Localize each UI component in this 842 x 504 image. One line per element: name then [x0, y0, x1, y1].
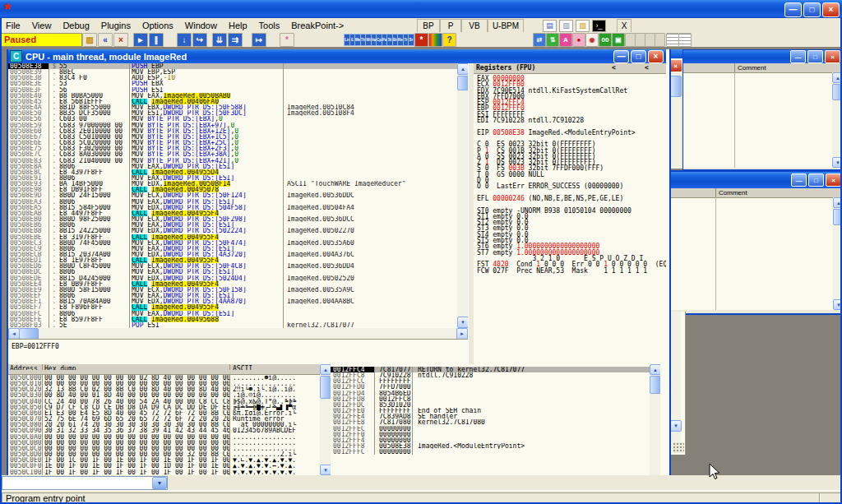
disasm-row[interactable]: 00508EE4.E8 0B97F8FFCALL ImageRed.004955…: [8, 281, 457, 287]
disasm-row[interactable]: 00508EB6.8B06MOV EAX,DWORD PTR DS:[ESI]: [8, 222, 457, 228]
side-bottom-maximize-button[interactable]: □: [808, 173, 824, 187]
disasm-row[interactable]: 00508E8C.E8 4397F8FFCALL ImageRed.004955…: [8, 169, 457, 175]
side-bottom-minimize-button[interactable]: —: [791, 173, 807, 187]
disasm-row[interactable]: 00508E67.C683 C5010000 00MOV BYTE PTR DS…: [8, 134, 457, 140]
disassembly-pane[interactable]: 00508E38$55PUSH EBP00508E39.8BECMOV EBP,…: [8, 63, 457, 328]
stack-row[interactable]: 0012FFF400000000: [331, 437, 650, 443]
hidden-bottom-scrollbar[interactable]: ▼: [670, 312, 681, 443]
open-file-button[interactable]: ▨: [82, 33, 97, 47]
stack-row[interactable]: 0012FFE0FFFFFFFFEnd of SEH chain: [331, 408, 650, 414]
dump-row[interactable]: 0050C0A000 00 00 00 00 00 00 00 00 00 00…: [8, 434, 320, 440]
dump-row[interactable]: 0050C02032 13 8B C0 02 00 8B C0 00 8D 40…: [8, 386, 320, 392]
stack-row[interactable]: 0012FFF000000000: [331, 432, 650, 437]
dump-row[interactable]: 0050C060E1 E3 00 E4 E5 8D 40 00 45 72 72…: [8, 410, 320, 416]
menu-item-debug[interactable]: Debug: [57, 21, 95, 30]
toolbar-list-button[interactable]: [678, 33, 692, 47]
disasm-row[interactable]: 00508ED1.E8 1E97F8FFCALL ImageRed.004955…: [8, 257, 457, 263]
disasm-row[interactable]: 00508EB0.8B0D 98F25000MOV ECX,DWORD PTR …: [8, 216, 457, 222]
minimize-button[interactable]: —: [784, 2, 802, 17]
toolbar-view-button-sr[interactable]: Sr: [408, 34, 414, 46]
menu-item-plugins[interactable]: Plugins: [95, 21, 136, 30]
side-top-maximize-button[interactable]: □: [807, 50, 823, 63]
go-to-address-button[interactable]: *: [280, 33, 294, 47]
disasm-row[interactable]: 00508E60.C683 2E010000 00MOV BYTE PTR DS…: [8, 128, 457, 134]
side-top-minimize-button[interactable]: —: [790, 50, 806, 63]
stack-vscrollbar[interactable]: ▲: [650, 364, 660, 475]
animate-over-button[interactable]: ⇉: [228, 33, 243, 47]
dump-row[interactable]: 0050C0F01E 00 1F 00 1E 00 1F 00 1F 00 1D…: [8, 463, 320, 469]
folder-icon[interactable]: ▨: [576, 20, 590, 32]
register-line[interactable]: T 0 GS 0000 NULL: [477, 172, 666, 178]
disasm-row[interactable]: 00508EFE.E8 8597F8FFCALL ImageRed.004956…: [8, 317, 457, 322]
disasm-row[interactable]: 00508EDE.8B15 D4245000MOV EDX,DWORD PTR …: [8, 275, 457, 281]
side-window-top-titlebar[interactable]: — □ ×: [683, 50, 842, 63]
stack-row[interactable]: 0012FFCCFFFFFFFF: [331, 378, 650, 384]
disassembly-vscrollbar[interactable]: ▲ ▼: [457, 63, 468, 328]
disassembly-hscrollbar[interactable]: ◄ ►: [8, 328, 468, 339]
stack-row[interactable]: 0012FFD80012FFC8: [331, 396, 650, 402]
registers-pane[interactable]: Registers (FPU) < < EAX 00000000ECX 0012…: [474, 63, 666, 364]
disasm-row[interactable]: 00508EC3.8B0D 74F45000MOV ECX,DWORD PTR …: [8, 240, 457, 246]
stack-row[interactable]: 0012FFEC00000000: [331, 426, 650, 432]
menu-plugin-button-bp[interactable]: BP: [417, 19, 440, 33]
disasm-row[interactable]: 00508EAB.E8 4497F8FFCALL ImageRed.004955…: [8, 210, 457, 216]
disasm-row[interactable]: 00508EFC.8B06MOV EAX,DWORD PTR DS:[ESI]: [8, 311, 457, 317]
register-line[interactable]: FCW 027F Prec NEAR,53 Mask 1 1 1 1 1 1: [477, 268, 666, 274]
dump-row[interactable]: 0050C07052 75 6E 74 69 6D 65 20 65 72 72…: [8, 416, 320, 422]
disasm-row[interactable]: 00508E93.BA 14BF5000MOV EDX,ImageRed.005…: [8, 181, 457, 187]
stack-row[interactable]: 0012FFD07FFD7000: [331, 384, 650, 390]
disasm-row[interactable]: 00508E3E.53PUSH EBX: [8, 81, 457, 86]
stack-row[interactable]: 0012FFFC00000000: [331, 449, 650, 455]
menu-plugin-button-u-bpm[interactable]: U-BPM: [488, 19, 524, 33]
disasm-row[interactable]: 00508E83.C683 21040000 00MOV BYTE PTR DS…: [8, 158, 457, 164]
stack-row[interactable]: 0012FFC87C910228ntdll.7C910228: [331, 372, 650, 378]
disasm-row[interactable]: 00508E98.E8 DB91F8FFCALL ImageRed.004950…: [8, 187, 457, 192]
options-gear-button[interactable]: *: [414, 33, 428, 47]
resize-grip[interactable]: [673, 442, 684, 453]
menu-item-help[interactable]: Help: [223, 21, 253, 30]
step-over-button[interactable]: ↪: [192, 33, 207, 47]
spiral-icon[interactable]: ◉: [585, 33, 599, 47]
side-bottom-close-button[interactable]: ×: [826, 173, 841, 187]
cpu-title-bar[interactable]: C CPU - main thread, module ImageRed —□×: [8, 49, 666, 63]
notes-icon[interactable]: ▥: [559, 20, 573, 32]
cpu-minimize-button[interactable]: —: [613, 50, 629, 63]
combobox-dropdown-icon[interactable]: ▼: [152, 477, 167, 489]
dump-row[interactable]: 0050C0D000 00 00 00 00 00 00 00 00 00 00…: [8, 451, 320, 457]
side-bottom-titlebar[interactable]: — □ ×: [669, 172, 842, 188]
console-icon[interactable]: ›_: [592, 20, 606, 32]
command-combobox[interactable]: ▼: [2, 476, 168, 490]
animate-into-button[interactable]: ⇊: [212, 33, 227, 47]
side-top-column-header[interactable]: Comment: [683, 63, 842, 73]
disasm-row[interactable]: 00508E56.C603 00MOV BYTE PTR DS:[EBX],0: [8, 116, 457, 122]
dump-pane[interactable]: AddressHex dumpASCII 0050C00000 00 00 00…: [8, 364, 320, 475]
close-button[interactable]: ×: [822, 2, 840, 17]
dump-row[interactable]: 0050C0B000 00 00 00 00 00 00 00 00 00 00…: [8, 440, 320, 446]
menu-item-tools[interactable]: Tools: [253, 21, 286, 30]
run-button[interactable]: ►: [133, 33, 148, 47]
disasm-row[interactable]: 00508EF1.8B15 70A84A00MOV EDX,DWORD PTR …: [8, 298, 457, 304]
stack-row[interactable]: 0012FFC47C817077RETURN to kernel32.7C817…: [331, 367, 650, 372]
stack-row[interactable]: 0012FFE47C839AD8SE handler: [331, 414, 650, 419]
menu-item-file[interactable]: File: [0, 21, 26, 30]
menu-plugin-button-vb[interactable]: VB: [461, 19, 488, 33]
disasm-row[interactable]: 00508E8A.8B06MOV EAX,DWORD PTR DS:[ESI]: [8, 164, 457, 169]
register-line[interactable]: EDI 7C910228 ntdll.7C910228: [477, 118, 666, 123]
menu-item-view[interactable]: View: [26, 21, 58, 30]
menu-plugin-button-p[interactable]: P: [440, 19, 461, 33]
main-title-bar[interactable]: * —□×: [0, 0, 842, 18]
disasm-row[interactable]: 00508E7C.C683 8A030000 00MOV BYTE PTR DS…: [8, 151, 457, 157]
stack-row[interactable]: 0012FFE87C817080kernel32.7C817080: [331, 419, 650, 425]
disasm-row[interactable]: 00508E39.8BECMOV EBP,ESP: [8, 69, 457, 75]
pause-button[interactable]: ∥: [149, 33, 164, 47]
dump-row[interactable]: 0050C040CC 24 40 00 78 26 40 00 54 2A 40…: [8, 399, 320, 405]
record-icon[interactable]: ●: [572, 33, 585, 47]
collapse-mark-icon[interactable]: <: [645, 63, 649, 73]
dump-row[interactable]: 0050C09030 31 32 33 34 35 36 37 38 39 41…: [8, 428, 320, 433]
stack-row[interactable]: 0012FFDC853D1020: [331, 402, 650, 408]
appearance-button[interactable]: [428, 33, 442, 47]
side-top-close-button[interactable]: ×: [825, 50, 840, 63]
swap-arrows-icon[interactable]: ⇄: [533, 33, 546, 47]
dump-row[interactable]: 0050C050C9 D7 CF C8 CD CE DB D8 DA D9 CA…: [8, 405, 320, 410]
disasm-row[interactable]: 00508EB8.8B15 24225000MOV EDX,DWORD PTR …: [8, 228, 457, 234]
